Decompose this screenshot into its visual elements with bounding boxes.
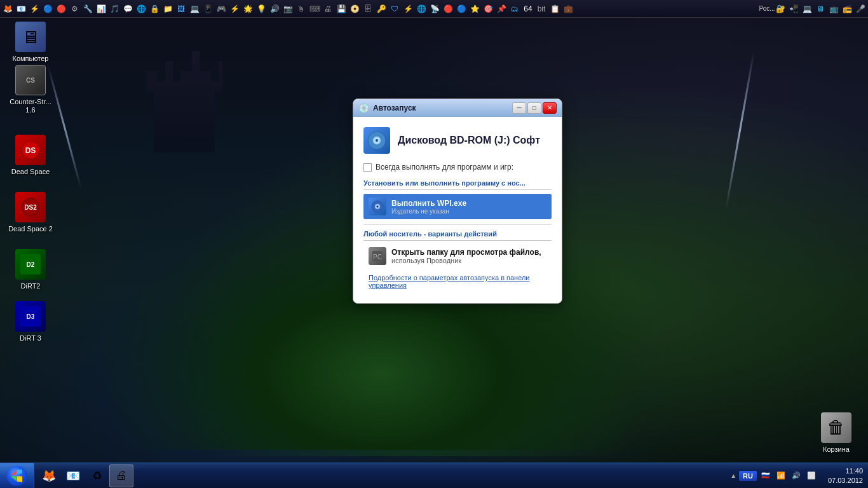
top-icon-5[interactable]: 🔴 <box>55 2 67 16</box>
dialog-section2-title: Любой носитель - варианты действий <box>363 230 552 241</box>
top-icon-32[interactable]: 🌐 <box>415 2 428 16</box>
desktop-icon-recycle-bin[interactable]: 🗑 Корзина <box>811 410 862 456</box>
top-icon-20[interactable]: 💡 <box>255 2 268 16</box>
dialog-section1-title: Установить или выполнить программу с нос… <box>363 179 552 190</box>
top-icon-7[interactable]: 🔧 <box>81 2 94 16</box>
top-icon-39[interactable]: 🗂 <box>508 2 521 16</box>
taskbar-printer[interactable]: 🖨 <box>109 464 133 487</box>
dialog-settings-link[interactable]: Подробности о параметрах автозапуска в п… <box>363 270 552 293</box>
top-icon-18[interactable]: ⚡ <box>228 2 241 16</box>
dialog-header-icon <box>363 127 390 154</box>
top-icon-41[interactable]: bit <box>535 2 548 16</box>
desktop-icon-counter-strike[interactable]: CS Counter-Str... 1.6 <box>5 62 56 117</box>
top-icon-1[interactable]: 🦊 <box>1 2 14 16</box>
top-icon-37[interactable]: 🎯 <box>482 2 494 16</box>
top-icon-45[interactable]: 📲 <box>787 2 800 16</box>
dialog-checkbox-row[interactable]: Всегда выполнять для программ и игр: <box>363 163 552 172</box>
top-icon-6[interactable]: ⚙ <box>68 2 81 16</box>
top-icon-10[interactable]: 💬 <box>121 2 134 16</box>
ds-icon-img: DS <box>15 135 46 165</box>
dialog-titlebar: 💿 Автозапуск ─ □ ✕ <box>353 99 562 117</box>
language-indicator[interactable]: RU <box>739 471 757 481</box>
top-icon-31[interactable]: ⚡ <box>402 2 414 16</box>
top-icon-24[interactable]: ⌨ <box>308 2 321 16</box>
dialog-run-wpi-icon <box>369 198 386 215</box>
desktop-icon-dirt3[interactable]: D3 DiRT 3 <box>5 299 56 345</box>
desktop: 🦊 📧 ⚡ 🔵 🔴 ⚙ 🔧 📊 🎵 💬 🌐 🔒 📁 🖼 💻 📱 🎮 ⚡ 🌟 💡 … <box>0 0 868 488</box>
top-icon-3[interactable]: ⚡ <box>28 2 41 16</box>
dialog-checkbox[interactable] <box>363 163 372 172</box>
top-icon-12[interactable]: 🔒 <box>148 2 161 16</box>
top-icon-44[interactable]: 🔐 <box>774 2 787 16</box>
start-button[interactable] <box>0 463 34 489</box>
top-icon-17[interactable]: 🎮 <box>215 2 227 16</box>
top-icon-2[interactable]: 📧 <box>15 2 27 16</box>
dirt2-icon-label: DiRT2 <box>21 282 41 290</box>
top-icon-26[interactable]: 💾 <box>335 2 348 16</box>
clock-time: 11:40 <box>828 466 863 475</box>
ds2-icon-label: Dead Space 2 <box>8 225 53 233</box>
dialog-run-wpi-item[interactable]: Выполнить WPI.exe Издатель не указан <box>363 194 552 219</box>
top-icon-9[interactable]: 🎵 <box>108 2 121 16</box>
windows-logo <box>7 466 27 486</box>
desktop-icon-dead-space-2[interactable]: DS2 Dead Space 2 <box>5 189 56 236</box>
dialog-content: Дисковод BD-ROM (J:) Софт Всегда выполня… <box>353 117 562 303</box>
dialog-open-folder-icon: PC <box>369 247 386 265</box>
top-icon-42[interactable]: 📋 <box>548 2 561 16</box>
top-icon-48[interactable]: 📺 <box>827 2 840 16</box>
desktop-icon-dirt2[interactable]: D2 DiRT2 <box>5 247 56 293</box>
dialog-minimize-button[interactable]: ─ <box>512 102 526 114</box>
top-icon-36[interactable]: ⭐ <box>468 2 481 16</box>
top-icon-46[interactable]: 💻 <box>801 2 813 16</box>
top-icon-14[interactable]: 🖼 <box>175 2 187 16</box>
top-icon-35[interactable]: 🔵 <box>455 2 468 16</box>
desktop-icon-computer[interactable]: 🖥 Компьютер <box>5 19 56 65</box>
top-icon-34[interactable]: 🔴 <box>442 2 454 16</box>
taskbar-recycle[interactable]: ♻ <box>85 464 109 487</box>
dialog-close-button[interactable]: ✕ <box>543 102 557 114</box>
dialog-restore-button[interactable]: □ <box>527 102 541 114</box>
top-icon-19[interactable]: 🌟 <box>241 2 254 16</box>
top-icon-11[interactable]: 🌐 <box>135 2 147 16</box>
top-icon-16[interactable]: 📱 <box>201 2 214 16</box>
desktop-icon-dead-space[interactable]: DS Dead Space <box>5 132 56 179</box>
tray-flag[interactable]: 🇷🇺 <box>759 471 772 480</box>
svg-text:PC: PC <box>373 254 382 261</box>
top-icon-4[interactable]: 🔵 <box>41 2 54 16</box>
tray-network[interactable]: 📶 <box>775 471 787 480</box>
taskbar: 🦊 📧 ♻ 🖨 ▲ RU 🇷🇺 📶 🔊 ⬜ 11:40 07.03.2012 <box>0 463 868 488</box>
dialog-header: Дисковод BD-ROM (J:) Софт <box>363 127 552 154</box>
svg-text:DS: DS <box>25 146 36 155</box>
recycle-bin-icon-img: 🗑 <box>821 412 851 443</box>
top-icon-29[interactable]: 🔑 <box>375 2 388 16</box>
dialog-open-folder-item[interactable]: PC Открыть папку для просмотра файлов, и… <box>363 245 552 268</box>
top-icon-33[interactable]: 📡 <box>428 2 441 16</box>
top-icon-rus[interactable]: Рос... <box>761 2 773 16</box>
top-icon-25[interactable]: 🖨 <box>322 2 334 16</box>
taskbar-firefox[interactable]: 🦊 <box>37 464 61 487</box>
top-icon-47[interactable]: 🖥 <box>814 2 827 16</box>
top-icon-8[interactable]: 📊 <box>95 2 107 16</box>
top-icon-27[interactable]: 📀 <box>348 2 361 16</box>
tray-volume[interactable]: 🔊 <box>790 471 803 480</box>
taskbar-email[interactable]: 📧 <box>61 464 85 487</box>
top-icon-50[interactable]: 🎤 <box>854 2 867 16</box>
svg-text:D2: D2 <box>27 261 35 268</box>
top-icon-22[interactable]: 📷 <box>281 2 294 16</box>
recycle-bin-label: Корзина <box>823 445 850 454</box>
top-icon-38[interactable]: 📌 <box>495 2 508 16</box>
dialog-checkbox-label: Всегда выполнять для программ и игр: <box>376 163 513 172</box>
top-icon-23[interactable]: 🖱 <box>295 2 308 16</box>
system-clock[interactable]: 11:40 07.03.2012 <box>823 466 868 485</box>
tray-expand-arrow[interactable]: ▲ <box>730 472 736 479</box>
top-icon-15[interactable]: 💻 <box>188 2 201 16</box>
tray-action-center[interactable]: ⬜ <box>805 471 818 480</box>
top-icon-49[interactable]: 📻 <box>841 2 853 16</box>
top-icon-43[interactable]: 💼 <box>562 2 574 16</box>
top-icon-28[interactable]: 🗄 <box>362 2 374 16</box>
top-icon-13[interactable]: 📁 <box>161 2 174 16</box>
top-icon-30[interactable]: 🛡 <box>388 2 401 16</box>
top-icon-21[interactable]: 🔊 <box>268 2 281 16</box>
dialog-header-title: Дисковод BD-ROM (J:) Софт <box>398 135 540 146</box>
top-icon-40[interactable]: 64 <box>522 2 534 16</box>
